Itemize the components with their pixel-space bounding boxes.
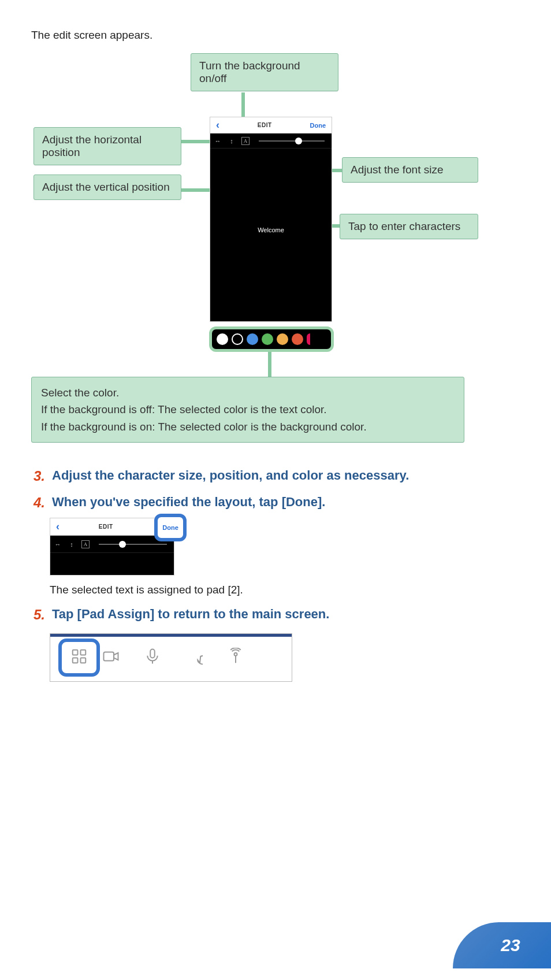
svg-rect-1 [81,650,86,655]
slider-knob[interactable] [119,541,126,548]
step-4-sub: The selected text is assigned to pad [2]… [50,584,534,596]
page-number: 23 [501,936,520,955]
callout-color-line2: If the background is on: The selected co… [41,418,455,435]
diagram-area: Turn the background on/off Adjust the ho… [17,53,534,458]
pad-assign-icon[interactable] [70,648,88,667]
phone-canvas[interactable]: Welcome [210,149,332,321]
step-4-text: When you've specified the layout, tap [D… [52,495,325,511]
welcome-text[interactable]: Welcome [258,227,284,233]
callout-color-info: Select the color. If the background is o… [31,377,464,443]
phone-toolbar: ↔ ↕ A [210,133,332,149]
pad-assign-highlight [58,639,100,677]
background-toggle-icon[interactable]: A [241,137,250,145]
background-toggle-icon[interactable]: A [81,540,90,548]
color-swatch-bar [209,326,334,352]
callout-bg-toggle: Turn the background on/off [191,53,338,91]
horizontal-align-icon[interactable]: ↔ [214,137,222,145]
phone2-title: EDIT [99,524,113,530]
back-icon[interactable]: ‹ [56,521,59,533]
done-button-highlighted[interactable]: Done [162,524,178,531]
callout-vertical-position: Adjust the vertical position [33,175,181,200]
slider-knob[interactable] [295,138,302,144]
step-3-number: 3. [33,468,47,484]
font-size-slider[interactable] [99,544,167,545]
callout-color-title: Select the color. [41,384,455,401]
vertical-align-icon[interactable]: ↕ [228,137,236,145]
svg-rect-3 [81,658,86,663]
connector-line [181,140,214,143]
step-3: 3. Adjust the character size, position, … [33,468,534,484]
step-5: 5. Tap [Pad Assign] to return to the mai… [33,607,534,623]
camera-icon[interactable] [102,648,120,667]
microphone-icon[interactable] [144,648,161,667]
svg-point-7 [234,653,237,656]
phone-mock-edit: ‹ EDIT Done ↔ ↕ A Welcome [210,117,332,322]
connector-line [268,352,271,377]
speech-bubble-icon[interactable] [185,648,203,667]
callout-horizontal-position: Adjust the horizontal position [33,127,181,165]
toolbar-strip [50,634,292,637]
back-icon[interactable]: ‹ [216,119,219,131]
step-5-number: 5. [33,607,47,623]
callout-color-line1: If the background is off: The selected c… [41,401,455,418]
step-5-text: Tap [Pad Assign] to return to the main s… [52,607,329,623]
horizontal-align-icon[interactable]: ↔ [54,540,62,548]
color-swatch-red[interactable] [292,333,303,345]
color-swatch-black-outline[interactable] [232,333,243,345]
done-highlight-ring: Done [154,514,187,541]
svg-rect-4 [104,652,114,661]
main-toolbar-mock [50,633,292,682]
phone-header: ‹ EDIT Done [210,117,332,133]
step-3-text: Adjust the character size, position, and… [52,468,409,484]
callout-font-size: Adjust the font size [342,157,478,183]
vertical-align-icon[interactable]: ↕ [68,540,76,548]
color-swatch-white[interactable] [217,333,228,345]
color-swatch-orange[interactable] [277,333,288,345]
phone-title: EDIT [258,122,272,128]
svg-rect-0 [73,650,78,655]
step-4: 4. When you've specified the layout, tap… [33,495,534,511]
antenna-icon[interactable] [227,648,244,667]
page-number-badge: 23 [453,922,551,968]
svg-rect-5 [150,649,155,658]
done-button[interactable]: Done [310,122,326,129]
color-swatch-green[interactable] [262,333,273,345]
color-swatch-partial[interactable] [307,333,310,345]
step-4-number: 4. [33,495,47,511]
svg-rect-2 [73,658,78,663]
intro-text: The edit screen appears. [31,29,534,42]
color-swatch-blue[interactable] [247,333,258,345]
phone-mock-done: ‹ EDIT Done ↔ ↕ A Done [50,518,174,576]
callout-enter-characters: Tap to enter characters [340,214,478,239]
font-size-slider[interactable] [259,140,325,142]
